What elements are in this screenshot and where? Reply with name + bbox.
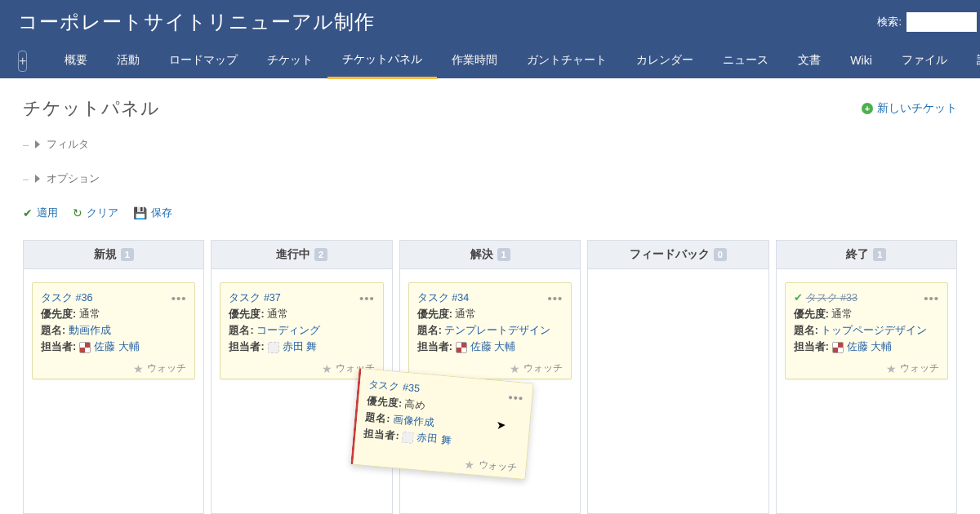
ticket-card[interactable]: タスク #37 ••• 優先度: 通常 題名: コーディング 担当者:赤田 舞 … — [220, 282, 383, 379]
ticket-link[interactable]: タスク #35 — [368, 378, 421, 396]
priority-label: 優先度: — [229, 308, 264, 320]
save-label: 保存 — [151, 206, 172, 220]
assignee-link[interactable]: 赤田 舞 — [283, 340, 317, 354]
priority-value: 通常 — [455, 308, 476, 320]
star-icon: ★ — [510, 362, 520, 375]
watch-toggle[interactable]: ★ウォッチ — [362, 448, 519, 476]
assignee-link[interactable]: 赤田 舞 — [416, 431, 452, 448]
avatar-icon — [268, 342, 279, 353]
assignee-link[interactable]: 佐藤 大輔 — [94, 340, 139, 354]
subject-link[interactable]: テンプレートデザイン — [444, 325, 550, 336]
clear-label: クリア — [87, 206, 118, 220]
column-count: 1 — [497, 248, 510, 261]
priority-value: 通常 — [267, 308, 288, 320]
star-icon: ★ — [465, 457, 476, 471]
ticket-card-dragging[interactable]: タスク #35 ••• 優先度: 高め 題名: 画像作成 担当者:赤田 舞 ★ウ… — [351, 368, 535, 480]
ticket-link[interactable]: タスク #34 — [417, 291, 469, 305]
search-label: 検索: — [877, 15, 902, 29]
nav-tickets[interactable]: チケット — [252, 45, 327, 78]
column-count: 2 — [314, 248, 327, 261]
more-icon[interactable]: ••• — [172, 291, 187, 305]
subject-label: 題名: — [229, 325, 253, 336]
filters-label: フィルタ — [47, 137, 89, 152]
save-action[interactable]: 💾 保存 — [133, 206, 172, 220]
check-icon: ✔ — [23, 206, 33, 219]
ticket-card[interactable]: タスク #36 ••• 優先度: 通常 題名: 動画作成 担当者:佐藤 大輔 ★… — [32, 282, 195, 379]
assignee-link[interactable]: 佐藤 大輔 — [470, 340, 515, 354]
subject-link[interactable]: コーディング — [256, 325, 320, 336]
apply-label: 適用 — [37, 206, 58, 220]
more-icon[interactable]: ••• — [924, 291, 939, 305]
dash-icon: – — [23, 173, 29, 185]
clear-action[interactable]: ↻ クリア — [73, 206, 118, 220]
ticket-link[interactable]: タスク #33 — [806, 292, 858, 304]
nav-documents[interactable]: 文書 — [783, 45, 835, 78]
watch-label: ウォッチ — [900, 361, 939, 375]
kanban-board: 新規 1 タスク #36 ••• 優先度: 通常 題名: 動画作成 担当者:佐藤… — [23, 240, 957, 514]
assignee-label: 担当者: — [794, 340, 829, 354]
add-button[interactable]: + — [18, 51, 27, 72]
star-icon: ★ — [322, 362, 332, 375]
column-count: 1 — [121, 248, 134, 261]
options-label: オプション — [47, 171, 100, 186]
watch-toggle[interactable]: ★ウォッチ — [229, 361, 374, 375]
avatar-icon — [79, 342, 91, 353]
nav-calendar[interactable]: カレンダー — [621, 45, 708, 78]
done-icon: ✔ — [794, 291, 803, 304]
column-feedback: フィードバック 0 — [587, 240, 768, 514]
column-in-progress: 進行中 2 タスク #37 ••• 優先度: 通常 題名: コーディング 担当者… — [211, 240, 392, 514]
ticket-link[interactable]: タスク #37 — [229, 291, 280, 305]
save-icon: 💾 — [133, 206, 147, 219]
nav-gantt[interactable]: ガントチャート — [512, 45, 621, 78]
nav-roadmap[interactable]: ロードマップ — [154, 45, 252, 78]
main-nav: + 概要 活動 ロードマップ チケット チケットパネル 作業時間 ガントチャート… — [18, 44, 980, 78]
options-toggle[interactable]: – オプション — [23, 171, 957, 186]
more-icon[interactable]: ••• — [547, 291, 563, 305]
ticket-link[interactable]: タスク #36 — [41, 291, 92, 305]
nav-time[interactable]: 作業時間 — [437, 45, 512, 78]
priority-value: 通常 — [79, 308, 100, 320]
watch-toggle[interactable]: ★ウォッチ — [794, 361, 939, 375]
column-header: 解決 1 — [399, 240, 581, 269]
column-header: 新規 1 — [23, 240, 204, 269]
assignee-label: 担当者: — [229, 340, 264, 354]
column-new: 新規 1 タスク #36 ••• 優先度: 通常 題名: 動画作成 担当者:佐藤… — [23, 240, 204, 514]
column-done: 終了 1 ✔タスク #33 ••• 優先度: 通常 題名: トップページデザイン… — [776, 240, 957, 514]
subject-link[interactable]: 動画作成 — [69, 325, 111, 336]
nav-wiki[interactable]: Wiki — [835, 46, 886, 77]
watch-toggle[interactable]: ★ウォッチ — [41, 361, 186, 375]
star-icon: ★ — [133, 362, 144, 375]
ticket-card[interactable]: タスク #34 ••• 優先度: 通常 題名: テンプレートデザイン 担当者:佐… — [408, 282, 572, 379]
more-icon[interactable]: ••• — [359, 291, 375, 305]
column-header: 進行中 2 — [211, 240, 392, 269]
new-ticket-link[interactable]: + 新しいチケット — [862, 101, 957, 116]
nav-files[interactable]: ファイル — [887, 45, 962, 78]
star-icon: ★ — [886, 362, 897, 375]
ticket-card[interactable]: ✔タスク #33 ••• 優先度: 通常 題名: トップページデザイン 担当者:… — [785, 282, 948, 379]
chevron-right-icon — [35, 140, 40, 148]
assignee-link[interactable]: 佐藤 大輔 — [847, 340, 892, 354]
subject-link[interactable]: トップページデザイン — [821, 325, 927, 336]
nav-ticket-panel[interactable]: チケットパネル — [327, 44, 437, 79]
column-header: 終了 1 — [776, 240, 957, 269]
filters-toggle[interactable]: – フィルタ — [23, 137, 957, 152]
page-title: チケットパネル — [23, 96, 160, 121]
nav-news[interactable]: ニュース — [708, 45, 783, 78]
content-area: チケットパネル + 新しいチケット – フィルタ – オプション ✔ 適用 ↻ … — [0, 78, 980, 514]
subject-label: 題名: — [417, 325, 442, 336]
subject-label: 題名: — [794, 325, 818, 336]
assignee-label: 担当者: — [417, 340, 452, 354]
priority-value: 高め — [404, 398, 426, 411]
more-icon[interactable]: ••• — [508, 390, 524, 405]
watch-toggle[interactable]: ★ウォッチ — [417, 361, 563, 375]
dash-icon: – — [23, 139, 29, 151]
priority-label: 優先度: — [41, 308, 76, 320]
nav-overview[interactable]: 概要 — [50, 45, 102, 78]
subject-link[interactable]: 画像作成 — [393, 414, 436, 428]
column-title: 解決 — [470, 247, 493, 262]
apply-action[interactable]: ✔ 適用 — [23, 206, 58, 220]
nav-activity[interactable]: 活動 — [102, 45, 154, 78]
nav-settings[interactable]: 設定 — [962, 45, 980, 78]
search-input[interactable] — [906, 12, 977, 32]
cursor-icon: ➤ — [497, 418, 507, 432]
